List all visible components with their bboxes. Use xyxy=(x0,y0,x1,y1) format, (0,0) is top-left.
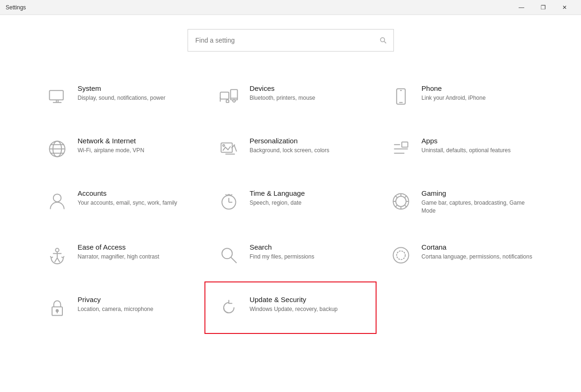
svg-point-47 xyxy=(397,251,405,259)
svg-rect-28 xyxy=(402,142,408,147)
svg-point-24 xyxy=(223,145,225,147)
privacy-name: Privacy xyxy=(78,296,153,303)
setting-gaming[interactable]: Gaming Game bar, captures, broadcasting,… xyxy=(377,175,549,229)
setting-devices[interactable]: Devices Bluetooth, printers, mouse xyxy=(204,70,377,123)
setting-ease[interactable]: Ease of Access Narrator, magnifier, high… xyxy=(33,229,205,281)
svg-rect-9 xyxy=(226,100,229,103)
settings-grid: System Display, sound, notifications, po… xyxy=(33,70,549,334)
svg-rect-2 xyxy=(49,90,63,100)
phone-text: Phone Link your Android, iPhone xyxy=(422,84,486,102)
window-title: Settings xyxy=(6,4,26,11)
search-setting-icon xyxy=(217,243,241,267)
svg-line-40 xyxy=(405,205,407,207)
search-setting-name: Search xyxy=(249,243,314,251)
system-desc: Display, sound, notifications, power xyxy=(78,94,166,102)
setting-system[interactable]: System Display, sound, notifications, po… xyxy=(33,70,205,123)
phone-desc: Link your Android, iPhone xyxy=(422,94,486,102)
svg-point-29 xyxy=(53,194,61,202)
personalization-icon xyxy=(217,137,241,161)
time-desc: Speech, region, date xyxy=(249,199,305,207)
accounts-text: Accounts Your accounts, email, sync, wor… xyxy=(78,189,177,207)
network-text: Network & Internet Wi-Fi, airplane mode,… xyxy=(78,137,144,155)
network-name: Network & Internet xyxy=(78,137,144,145)
window-controls: — ❐ ✕ xyxy=(511,0,575,15)
accounts-icon xyxy=(45,189,69,214)
maximize-button[interactable]: ❐ xyxy=(532,0,554,15)
privacy-icon xyxy=(45,296,69,320)
gaming-icon xyxy=(389,189,413,214)
system-name: System xyxy=(78,84,166,92)
svg-point-49 xyxy=(56,310,58,312)
devices-text: Devices Bluetooth, printers, mouse xyxy=(249,84,315,102)
setting-time[interactable]: Time & Language Speech, region, date xyxy=(204,175,377,229)
main-content: System Display, sound, notifications, po… xyxy=(0,15,581,392)
phone-name: Phone xyxy=(422,84,486,92)
setting-accounts[interactable]: Accounts Your accounts, email, sync, wor… xyxy=(33,175,205,229)
svg-point-0 xyxy=(380,37,385,42)
setting-phone[interactable]: Phone Link your Android, iPhone xyxy=(377,70,549,123)
gaming-text: Gaming Game bar, captures, broadcasting,… xyxy=(422,189,536,215)
personalization-name: Personalization xyxy=(249,137,329,145)
svg-line-42 xyxy=(395,205,397,207)
setting-network[interactable]: Network & Internet Wi-Fi, airplane mode,… xyxy=(33,123,205,175)
setting-apps[interactable]: Apps Uninstall, defaults, optional featu… xyxy=(377,123,549,175)
svg-line-39 xyxy=(395,196,397,198)
title-bar: Settings — ❐ ✕ xyxy=(0,0,581,15)
network-icon xyxy=(45,137,69,161)
search-icon xyxy=(379,37,387,44)
search-container xyxy=(188,29,394,52)
svg-rect-20 xyxy=(221,143,233,152)
apps-desc: Uninstall, defaults, optional features xyxy=(422,147,511,155)
cortana-desc: Cortana language, permissions, notificat… xyxy=(422,253,532,261)
phone-icon xyxy=(389,84,413,109)
svg-point-46 xyxy=(393,247,408,263)
setting-cortana[interactable]: Cortana Cortana language, permissions, n… xyxy=(377,229,549,281)
update-desc: Windows Update, recovery, backup xyxy=(249,305,338,313)
setting-privacy[interactable]: Privacy Location, camera, microphone xyxy=(33,281,205,334)
personalization-desc: Background, lock screen, colors xyxy=(249,147,329,155)
ease-text: Ease of Access Narrator, magnifier, high… xyxy=(78,243,159,261)
system-text: System Display, sound, notifications, po… xyxy=(78,84,166,102)
personalization-text: Personalization Background, lock screen,… xyxy=(249,137,329,155)
svg-line-45 xyxy=(231,257,237,263)
update-text: Update & Security Windows Update, recove… xyxy=(249,296,338,313)
search-button[interactable] xyxy=(372,29,394,52)
svg-line-41 xyxy=(405,196,407,198)
cortana-icon xyxy=(389,243,413,267)
time-name: Time & Language xyxy=(249,189,305,197)
apps-text: Apps Uninstall, defaults, optional featu… xyxy=(422,137,511,155)
search-input[interactable] xyxy=(188,29,394,52)
svg-rect-12 xyxy=(397,89,405,104)
svg-line-1 xyxy=(384,41,386,43)
time-icon xyxy=(217,189,241,214)
accounts-name: Accounts xyxy=(78,189,177,197)
time-text: Time & Language Speech, region, date xyxy=(249,189,305,207)
update-name: Update & Security xyxy=(249,296,338,303)
minimize-button[interactable]: — xyxy=(511,0,532,15)
gaming-desc: Game bar, captures, broadcasting, Game M… xyxy=(422,199,536,215)
setting-update[interactable]: Update & Security Windows Update, recove… xyxy=(204,281,377,334)
apps-name: Apps xyxy=(422,137,511,145)
system-icon xyxy=(45,84,69,109)
network-desc: Wi-Fi, airplane mode, VPN xyxy=(78,147,144,155)
cortana-text: Cortana Cortana language, permissions, n… xyxy=(422,243,532,261)
svg-rect-6 xyxy=(220,92,229,99)
accounts-desc: Your accounts, email, sync, work, family xyxy=(78,199,177,207)
cortana-name: Cortana xyxy=(422,243,532,251)
setting-personalization[interactable]: Personalization Background, lock screen,… xyxy=(204,123,377,175)
close-button[interactable]: ✕ xyxy=(554,0,575,15)
ease-name: Ease of Access xyxy=(78,243,159,251)
ease-icon xyxy=(45,243,69,267)
svg-point-43 xyxy=(55,248,59,251)
devices-icon xyxy=(217,84,241,109)
privacy-text: Privacy Location, camera, microphone xyxy=(78,296,153,313)
apps-icon xyxy=(389,137,413,161)
search-text: Search Find my files, permissions xyxy=(249,243,314,261)
setting-search[interactable]: Search Find my files, permissions xyxy=(204,229,377,281)
svg-point-44 xyxy=(222,248,232,259)
search-setting-desc: Find my files, permissions xyxy=(249,253,314,261)
devices-desc: Bluetooth, printers, mouse xyxy=(249,94,315,102)
devices-name: Devices xyxy=(249,84,315,92)
ease-desc: Narrator, magnifier, high contrast xyxy=(78,253,159,261)
svg-point-11 xyxy=(233,99,235,102)
